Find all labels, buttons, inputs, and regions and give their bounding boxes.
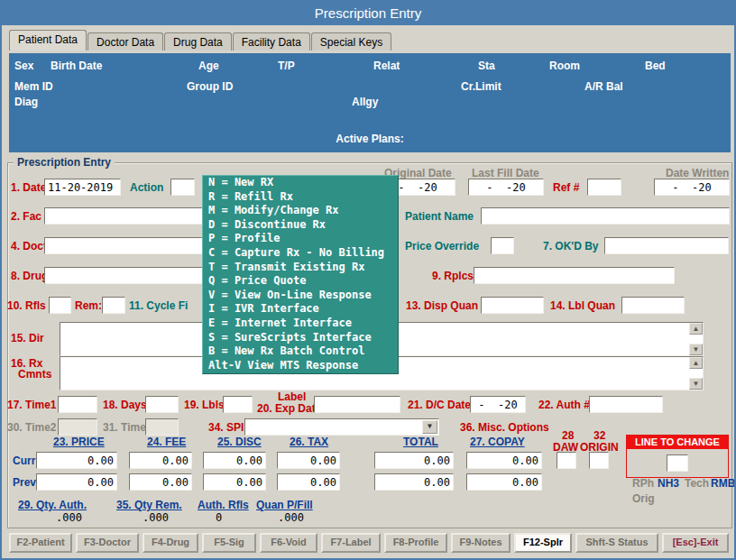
title-bar: Prescription Entry — [2, 2, 734, 25]
shft-s-status-button[interactable]: Shft-S Status — [575, 533, 658, 553]
prev-label: Prev — [13, 476, 36, 489]
f8-profile-button[interactable]: F8-Profile — [384, 533, 447, 553]
action-menu-item-internet-interface[interactable]: E = Internet Interface — [203, 317, 398, 331]
qty-rem-value: .000 — [143, 511, 169, 524]
date-input[interactable]: 11-20-2019 — [44, 179, 121, 196]
action-menu-item-surescripts-interface[interactable]: S = SureScripts Interface — [203, 331, 398, 345]
dir-scroll-up-button[interactable]: ▲ — [689, 323, 703, 335]
days-input[interactable] — [145, 396, 179, 413]
dir-scroll-down-button[interactable]: ▼ — [689, 344, 703, 355]
tab-drug-data[interactable]: Drug Data — [164, 32, 232, 50]
action-menu-item-price-quote[interactable]: Q = Price Quote — [203, 274, 398, 289]
f4-drug-button[interactable]: F4-Drug — [143, 533, 198, 553]
cmnts-scroll-down-button[interactable]: ▼ — [689, 378, 703, 390]
time1-label: 17. Time1 — [7, 399, 56, 411]
dc-date-input[interactable]: - -20 — [470, 396, 526, 413]
f12-splr-button[interactable]: F12-Splr — [514, 533, 572, 553]
total-header: TOTAL — [403, 436, 438, 448]
ref-input[interactable] — [587, 179, 621, 196]
ar-bal-label: A/R Bal — [584, 80, 623, 93]
tab-doctor-data[interactable]: Doctor Data — [87, 32, 163, 50]
lbls-label: 19. Lbls — [184, 399, 225, 411]
curr-total-input[interactable]: 0.00 — [374, 452, 454, 469]
action-menu-item-new-rx-batch-control[interactable]: B = New Rx Batch Control — [203, 344, 398, 359]
prev-tax-input[interactable]: 0.00 — [277, 473, 340, 491]
action-menu-item-ivr-interface[interactable]: I = IVR Interface — [203, 302, 398, 317]
tab-facility-data[interactable]: Facility Data — [233, 32, 310, 50]
prev-fee-input[interactable]: 0.00 — [129, 473, 192, 491]
disp-quan-input[interactable] — [481, 297, 544, 314]
curr-disc-input[interactable]: 0.00 — [203, 452, 266, 469]
rfls-label: 10. Rfls — [7, 299, 46, 312]
scroll-up-icon: ▲ — [693, 325, 700, 333]
okd-by-input[interactable] — [604, 237, 729, 254]
action-menu-item-profile[interactable]: P = Profile — [203, 232, 398, 246]
rfls-input[interactable] — [49, 297, 71, 314]
group-id-label: Group ID — [187, 80, 233, 93]
rem-input[interactable] — [102, 297, 125, 314]
curr-fee-input[interactable]: 0.00 — [129, 452, 192, 469]
rem-label: Rem: — [75, 299, 102, 312]
action-input[interactable] — [170, 179, 195, 196]
dir-label: 15. Dir — [11, 332, 44, 344]
sta-label: Sta — [478, 60, 495, 72]
date-written-input[interactable]: - -20 — [654, 179, 730, 196]
date-label: 1. Date — [11, 181, 46, 194]
dropdown-arrow-icon[interactable]: ▼ — [422, 420, 437, 434]
action-menu-item-view-online-response[interactable]: V = View On-Line Response — [203, 289, 398, 303]
label-exp-date-number: 20. — [257, 402, 272, 415]
f5-sig-button[interactable]: F5-Sig — [202, 533, 256, 553]
action-menu-item-view-mts-response[interactable]: Alt-V View MTS Response — [203, 359, 398, 373]
allgy-label: Allgy — [352, 96, 378, 108]
spi-label: 34. SPI — [208, 421, 244, 434]
quan-pfill-label: Quan P/Fill — [256, 499, 313, 511]
action-menu-item-discontinue-rx[interactable]: D = Discontinue Rx — [203, 218, 398, 233]
prev-total-input[interactable]: 0.00 — [374, 473, 454, 491]
scroll-down-icon: ▼ — [693, 345, 700, 353]
tab-patient-data[interactable]: Patient Data — [9, 30, 87, 50]
action-menu-item-capture-rx[interactable]: C = Capture Rx - No Billing — [203, 246, 398, 261]
tech-label: Tech — [685, 477, 709, 490]
active-plans-label: Active Plans: — [9, 133, 731, 145]
lbl-quan-input[interactable] — [621, 297, 685, 314]
lbls-input[interactable] — [223, 396, 253, 413]
last-fill-date-label: Last Fill Date — [472, 167, 539, 179]
prev-price-input[interactable]: 0.00 — [36, 473, 117, 491]
curr-copay-input[interactable]: 0.00 — [466, 452, 542, 469]
action-menu-item-modify-rx[interactable]: M = Modify/Change Rx — [203, 204, 398, 218]
time1-input[interactable] — [58, 396, 97, 413]
window-title: Prescription Entry — [315, 5, 421, 21]
f3-doctor-button[interactable]: F3-Doctor — [76, 533, 139, 553]
curr-tax-input[interactable]: 0.00 — [277, 452, 340, 469]
last-fill-date-input[interactable]: - -20 — [468, 179, 544, 196]
daw-input[interactable] — [557, 452, 576, 469]
tab-special-keys[interactable]: Special Keys — [311, 32, 391, 50]
line-to-change-input[interactable] — [667, 454, 688, 472]
curr-price-input[interactable]: 0.00 — [36, 452, 117, 469]
qty-auth-value: .000 — [56, 511, 82, 524]
esc-exit-button[interactable]: [Esc]-Exit — [662, 533, 729, 553]
f7-label-button[interactable]: F7-Label — [321, 533, 381, 553]
patient-name-input[interactable] — [481, 207, 730, 225]
price-override-input[interactable] — [491, 237, 514, 254]
quan-pfill-value: .000 — [278, 511, 304, 524]
scroll-up-icon: ▲ — [693, 359, 700, 367]
prescription-entry-window: Prescription Entry Patient DataDoctor Da… — [0, 0, 736, 560]
action-menu-item-refill-rx[interactable]: R = Refill Rx — [203, 190, 398, 205]
cmnts-scroll-up-button[interactable]: ▲ — [689, 357, 703, 369]
sex-label: Sex — [14, 60, 33, 72]
auth-number-input[interactable] — [589, 396, 663, 413]
prev-disc-input[interactable]: 0.00 — [203, 473, 266, 491]
f9-notes-button[interactable]: F9-Notes — [451, 533, 511, 553]
qty-auth-label: 29. Qty. Auth. — [18, 499, 87, 511]
diag-label: Diag — [14, 96, 38, 108]
f6-void-button[interactable]: F6-Void — [260, 533, 317, 553]
label-exp-date-input[interactable] — [314, 396, 400, 413]
rplcs-input[interactable] — [474, 267, 675, 284]
prev-copay-input[interactable]: 0.00 — [466, 473, 542, 491]
f2-patient-button[interactable]: F2-Patient — [9, 533, 72, 553]
spi-combobox[interactable]: ▼ — [244, 418, 439, 436]
action-menu-item-new-rx[interactable]: N = New RX — [203, 176, 398, 190]
action-menu-item-transmit-rx[interactable]: T = Transmit Existing Rx — [203, 261, 398, 275]
origin-input[interactable] — [589, 452, 609, 469]
